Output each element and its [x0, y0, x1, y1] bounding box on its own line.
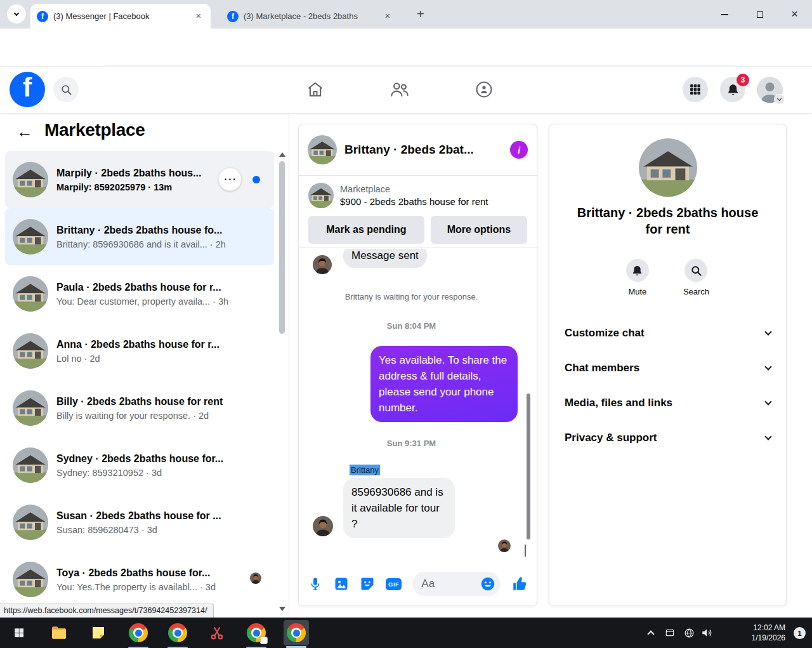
- chrome-button-1[interactable]: [126, 620, 151, 645]
- tray-window-button[interactable]: [661, 618, 679, 648]
- incoming-message-bubble[interactable]: 8596930686 and is it available for tour …: [343, 478, 455, 538]
- emoji-button[interactable]: [480, 576, 496, 592]
- chat-list-item-brittany[interactable]: Brittany · 2beds 2baths house fo... Brit…: [5, 208, 274, 265]
- details-sections: Customize chat Chat members Media, files…: [549, 315, 786, 455]
- section-media-files-links[interactable]: Media, files and links: [556, 385, 780, 420]
- clock-time: 12:02 AM: [752, 623, 785, 633]
- scroll-up-icon[interactable]: [279, 152, 285, 157]
- hidden-icons-button[interactable]: [642, 618, 660, 648]
- windows-icon: [13, 627, 25, 638]
- facebook-logo[interactable]: f: [10, 72, 45, 107]
- tab-close-button[interactable]: ×: [382, 11, 393, 22]
- conversation-panel: Brittany · 2beds 2bat... i Marketplace $…: [298, 124, 537, 606]
- window-icon: [665, 628, 675, 638]
- more-options-button[interactable]: More options: [431, 216, 527, 244]
- section-chat-members[interactable]: Chat members: [556, 350, 780, 385]
- window-close-button[interactable]: ×: [777, 0, 812, 29]
- facebook-favicon: f: [227, 11, 239, 22]
- conversation-header[interactable]: Brittany · 2beds 2bat... i: [299, 124, 537, 176]
- chrome-button-3[interactable]: [244, 620, 269, 645]
- sticky-notes-button[interactable]: [86, 620, 111, 645]
- chat-preview: Lol no · 2d: [56, 354, 258, 364]
- sidebar-scrollbar[interactable]: [278, 152, 286, 611]
- chrome-button-2[interactable]: [165, 620, 190, 645]
- chat-list-item-susan[interactable]: Susan · 2beds 2baths house for ... Susan…: [5, 494, 274, 551]
- friends-nav-button[interactable]: [390, 79, 410, 100]
- notifications-button[interactable]: 3: [720, 77, 745, 102]
- back-button[interactable]: ←: [16, 122, 33, 142]
- snipping-tool-button[interactable]: [204, 620, 230, 645]
- scissors-icon: [209, 625, 225, 641]
- input-placeholder: Aa: [421, 578, 435, 590]
- voice-message-button[interactable]: [308, 576, 323, 592]
- tab-marketplace[interactable]: f (3) Marketplace - 2beds 2baths ×: [221, 4, 400, 29]
- listing-photo-icon: [13, 276, 48, 312]
- profile-avatar-button[interactable]: [757, 77, 783, 103]
- chevron-up-icon: [647, 630, 654, 637]
- chat-list-item-anna[interactable]: Anna · 2beds 2baths house for r... Lol n…: [5, 322, 274, 380]
- search-button[interactable]: [53, 77, 79, 102]
- conversation-info-button[interactable]: i: [510, 141, 528, 159]
- mute-label: Mute: [628, 287, 646, 296]
- chat-name: Paula · 2beds 2baths house for r...: [56, 282, 258, 293]
- conversation-details-panel: Brittany · 2beds 2baths house for rent M…: [549, 124, 787, 606]
- gif-button[interactable]: GIF: [386, 578, 402, 590]
- mark-as-pending-button[interactable]: Mark as pending: [308, 216, 424, 244]
- scroll-down-icon[interactable]: [525, 545, 526, 556]
- chat-list-item-sydney[interactable]: Sydney · 2beds 2baths house for... Sydne…: [5, 437, 274, 494]
- network-globe-icon: [684, 628, 695, 638]
- file-explorer-button[interactable]: [46, 620, 72, 645]
- window-maximize-button[interactable]: [742, 0, 777, 29]
- apps-menu-button[interactable]: [683, 77, 708, 102]
- chat-list-item-marpily[interactable]: Marpily · 2beds 2baths hous... Marpily: …: [5, 151, 274, 208]
- like-button[interactable]: [511, 576, 528, 592]
- friends-icon: [390, 79, 410, 100]
- tab-title: (3) Messenger | Facebook: [53, 11, 188, 21]
- mute-button[interactable]: Mute: [626, 259, 649, 296]
- listing-photo-icon: [13, 562, 48, 597]
- sticker-button[interactable]: [360, 576, 375, 592]
- listing-photo-icon: [13, 219, 48, 255]
- search-in-conversation-button[interactable]: Search: [683, 259, 709, 296]
- chevron-down-icon: [764, 328, 771, 335]
- chat-list-item-paula[interactable]: Paula · 2beds 2baths house for r... You:…: [5, 265, 274, 322]
- tab-close-button[interactable]: ×: [193, 11, 204, 22]
- scroll-down-icon[interactable]: [279, 607, 285, 611]
- windows-taskbar: 12:02 AM 1/19/2026 1: [0, 618, 812, 648]
- unread-dot: [252, 176, 260, 183]
- volume-button[interactable]: [698, 618, 716, 648]
- tab-search-button[interactable]: [7, 4, 26, 23]
- window-minimize-button[interactable]: [707, 0, 742, 29]
- section-privacy-support[interactable]: Privacy & support: [556, 420, 780, 455]
- chat-list-item-toya[interactable]: Toya · 2beds 2baths house for... You: Ye…: [5, 551, 274, 608]
- outgoing-message-bubble[interactable]: Yes available. To share the address & fu…: [370, 346, 518, 422]
- bell-icon: [726, 83, 740, 96]
- new-tab-button[interactable]: +: [412, 6, 429, 23]
- chat-preview: You: Dear customer, property availa... ·…: [56, 296, 258, 307]
- chrome-button-active[interactable]: [284, 620, 309, 645]
- section-customize-chat[interactable]: Customize chat: [556, 315, 780, 350]
- groups-icon: [475, 80, 494, 99]
- message-list[interactable]: Message sent Brittany is waiting for you…: [299, 249, 537, 559]
- apps-grid-icon: [689, 83, 702, 96]
- messages-scrollbar-thumb[interactable]: [527, 393, 530, 539]
- attach-image-button[interactable]: [334, 576, 349, 592]
- chat-options-button[interactable]: ⋯: [218, 168, 242, 191]
- groups-nav-button[interactable]: [474, 79, 494, 100]
- browser-tab-bar: f (3) Messenger | Facebook × f (3) Marke…: [0, 0, 812, 29]
- notification-count-badge[interactable]: 1: [794, 627, 806, 639]
- network-button[interactable]: [680, 618, 698, 648]
- start-button[interactable]: [6, 620, 32, 645]
- chat-name: Susan · 2beds 2baths house for ...: [56, 510, 258, 522]
- home-nav-button[interactable]: [305, 79, 325, 100]
- tab-messenger[interactable]: f (3) Messenger | Facebook ×: [30, 4, 211, 29]
- chat-list-item-billy[interactable]: Billy · 2beds 2baths house for rent Bill…: [5, 380, 274, 437]
- listing-photo-icon: [13, 333, 48, 369]
- notification-badge: 3: [737, 74, 749, 86]
- taskbar-clock[interactable]: 12:02 AM 1/19/2026: [752, 623, 785, 643]
- scrollbar-thumb[interactable]: [279, 161, 285, 334]
- sticker-icon: [360, 576, 375, 592]
- listing-photo-icon: [13, 505, 48, 540]
- message-input[interactable]: Aa: [412, 572, 501, 596]
- chevron-down-icon: [764, 363, 771, 370]
